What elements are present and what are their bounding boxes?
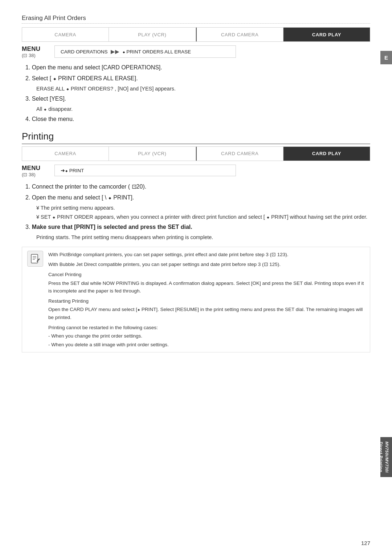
mode-camera-2: CAMERA <box>22 147 109 161</box>
step-2-3-text: Make sure that [PRINT] is selected and p… <box>32 224 192 230</box>
steps-printing: 1. Connect the printer to the camcorder … <box>25 182 370 242</box>
mode-play-vcr-1-label: PLAY (VCR) <box>138 32 166 37</box>
sub-step-1-3: All ⬥ disappear. <box>36 105 370 113</box>
menu-content-2: ➜⬥ PRINT <box>54 165 236 176</box>
side-tab-model: MV750i/MV730i <box>385 441 389 473</box>
step-2-2-text: Open the menu and select [ \ ⬥ PRINT]. <box>32 194 134 201</box>
menu-arrow-1: ▶▶ <box>111 48 119 55</box>
page-number: 127 <box>361 540 370 546</box>
side-tab: MV750i/MV730i Direct Printing <box>380 437 392 477</box>
note-line-1: With Bubble Jet Direct compatible printe… <box>48 261 365 269</box>
menu-left-1: MENU (⊡ 38) <box>22 45 54 58</box>
step-2-3-num: 3. <box>25 224 32 230</box>
menu-ref-1: (⊡ 38) <box>22 53 54 58</box>
step-1-2-num: 2. <box>25 75 32 81</box>
note-line-2: Cancel Printing <box>48 271 365 279</box>
menu-content-1: CARD OPERATIONS ▶▶ ⬥ PRINT ORDERS ALL ER… <box>54 45 236 58</box>
menu-box-2: MENU (⊡ 38) ➜⬥ PRINT <box>22 165 370 177</box>
step-1-3-text: Select [YES]. <box>32 96 66 102</box>
note-box: With PictBridge compliant printers, you … <box>22 247 370 353</box>
menu-content-right-1: ⬥ PRINT ORDERS ALL ERASE <box>122 49 191 55</box>
step-2-2: 2. Open the menu and select [ \ ⬥ PRINT]… <box>25 193 370 202</box>
step-2-3: 3. Make sure that [PRINT] is selected an… <box>25 223 370 231</box>
section-erasing: Erasing All Print Orders CAMERA PLAY (VC… <box>22 15 370 124</box>
mode-bar-1: CAMERA PLAY (VCR) CARD CAMERA CARD PLAY <box>22 27 370 42</box>
sub-step-2-3: Printing starts. The print setting menu … <box>36 234 370 242</box>
menu-ref-2: (⊡ 38) <box>22 172 54 177</box>
note-line-8: - When you delete a still image with pri… <box>48 341 365 349</box>
mode-card-play-2: CARD PLAY <box>283 147 370 161</box>
mode-bar-2: CAMERA PLAY (VCR) CARD CAMERA CARD PLAY <box>22 146 370 161</box>
note-line-6: Printing cannot be restarted in the foll… <box>48 324 365 332</box>
menu-word-1: MENU <box>22 45 51 53</box>
step-1-2-text: Select [ ⬥ PRINT ORDERS ALL ERASE]. <box>32 75 138 81</box>
step-2-1: 1. Connect the printer to the camcorder … <box>25 182 370 191</box>
sub-step-2-2a: ¥ The print setting menu appears. <box>36 204 370 212</box>
step-1-3-num: 3. <box>25 96 32 102</box>
mode-camera-2-label: CAMERA <box>54 151 76 156</box>
step-2-1-num: 1. <box>25 183 32 190</box>
menu-box-1: MENU (⊡ 38) CARD OPERATIONS ▶▶ ⬥ PRINT O… <box>22 45 370 58</box>
mode-play-vcr-2-label: PLAY (VCR) <box>138 151 166 156</box>
mode-card-camera-2: CARD CAMERA <box>197 147 283 161</box>
section-printing: Printing CAMERA PLAY (VCR) CARD CAMERA C… <box>22 131 370 353</box>
mode-card-camera-1: CARD CAMERA <box>197 28 283 41</box>
mode-card-play-1-label: CARD PLAY <box>312 32 342 37</box>
note-line-3: Press the SET dial while NOW PRINTING is… <box>48 279 365 295</box>
step-1-1-num: 1. <box>25 64 32 70</box>
mode-play-vcr-2: PLAY (VCR) <box>109 147 196 161</box>
section-heading-erasing: Erasing All Print Orders <box>22 15 370 22</box>
side-tab-label: Direct Printing <box>379 442 383 472</box>
mode-card-play-1: CARD PLAY <box>283 28 370 41</box>
mode-camera-1-label: CAMERA <box>54 32 76 37</box>
step-1-1: 1. Open the menu and select [CARD OPERAT… <box>25 63 370 72</box>
steps-erasing: 1. Open the menu and select [CARD OPERAT… <box>25 63 370 124</box>
mode-card-play-2-label: CARD PLAY <box>312 151 342 156</box>
step-2-2-num: 2. <box>25 194 32 201</box>
menu-content-left-1: CARD OPERATIONS <box>61 49 108 55</box>
note-line-0: With PictBridge compliant printers, you … <box>48 251 365 259</box>
menu-left-2: MENU (⊡ 38) <box>22 165 54 177</box>
e-tab: E <box>380 51 392 64</box>
step-1-2: 2. Select [ ⬥ PRINT ORDERS ALL ERASE]. <box>25 74 370 83</box>
note-line-5: Open the CARD PLAY menu and select [⬥ PR… <box>48 306 365 321</box>
section-heading-printing: Printing <box>22 131 370 144</box>
sub-step-1-2: ERASE ALL ⬥ PRINT ORDERS? , [NO] and [YE… <box>36 85 370 93</box>
mode-play-vcr-1: PLAY (VCR) <box>109 28 196 41</box>
step-1-3: 3. Select [YES]. <box>25 94 370 103</box>
step-2-1-text: Connect the printer to the camcorder ( ⊡… <box>32 183 146 190</box>
note-line-4: Restarting Printing <box>48 297 365 305</box>
step-1-4-text: Close the menu. <box>32 116 74 122</box>
step-1-4: 4. Close the menu. <box>25 115 370 124</box>
menu-word-2: MENU <box>22 165 51 172</box>
menu-content-2-text: ➜⬥ PRINT <box>61 167 84 173</box>
note-icon <box>27 251 43 267</box>
sub-step-2-2b: ¥ SET ⬥ PRINT ORDER appears, when you co… <box>36 213 370 221</box>
step-1-1-text: Open the menu and select [CARD OPERATION… <box>32 64 162 70</box>
mode-card-camera-2-label: CARD CAMERA <box>221 151 258 156</box>
page: E Erasing All Print Orders CAMERA PLAY (… <box>0 0 392 557</box>
step-1-4-num: 4. <box>25 116 32 122</box>
mode-card-camera-1-label: CARD CAMERA <box>221 32 258 37</box>
mode-camera-1: CAMERA <box>22 28 109 41</box>
note-line-7: - When you change the print order settin… <box>48 332 365 340</box>
dotted-divider-1 <box>22 23 370 24</box>
note-icon-svg <box>30 253 41 264</box>
note-text-block: With PictBridge compliant printers, you … <box>48 251 365 349</box>
e-tab-label: E <box>384 55 388 61</box>
